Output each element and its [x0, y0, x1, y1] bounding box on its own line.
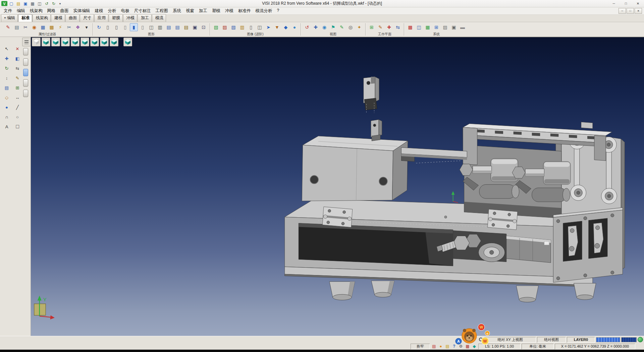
sphere-render-icon[interactable]: ● [290, 23, 299, 31]
线架构[interactable]: 线架构 [33, 14, 51, 22]
menu-item[interactable]: ? [275, 7, 282, 14]
filter-solids-pill[interactable] [23, 69, 28, 76]
render-background-icon[interactable]: ▥ [238, 23, 246, 31]
sketch-icon[interactable]: ✎ [13, 74, 22, 82]
right-view-cube-icon[interactable] [71, 38, 79, 46]
layer-field[interactable]: LAYER0 [567, 337, 595, 343]
wireframe-view-cube-icon[interactable] [32, 38, 41, 46]
menu-item[interactable]: 编辑 [14, 7, 28, 14]
menu-item[interactable]: 网格 [45, 7, 58, 14]
trim-scissors-icon[interactable]: ✂ [21, 23, 30, 31]
units-field[interactable]: 单位: 毫米 [522, 344, 554, 349]
workplane-origin-icon[interactable]: ✚ [385, 23, 393, 31]
加工[interactable]: 加工 [138, 14, 152, 22]
new-document-icon[interactable]: ▢ [8, 0, 15, 7]
塑膜[interactable]: 塑膜 [109, 14, 123, 22]
模流[interactable]: 模流 [152, 14, 166, 22]
cylinder-edges-icon[interactable]: ▥ [156, 23, 164, 31]
render-shadow-icon[interactable]: ▨ [221, 23, 229, 31]
print-icon[interactable]: ▦ [29, 0, 36, 7]
workplane-icon[interactable]: ⊞ [13, 83, 22, 92]
point-icon[interactable]: ● [2, 103, 11, 112]
plane-cut-icon[interactable]: ✂ [65, 23, 73, 31]
cylinder-section-icon[interactable]: ◫ [147, 23, 155, 31]
filter-points-pill[interactable] [23, 48, 28, 55]
grid-settings-icon[interactable]: ▦ [424, 23, 432, 31]
circle-icon[interactable]: ○ [13, 113, 22, 121]
filter-lines-pill[interactable] [23, 58, 28, 66]
filter-surfaces-pill[interactable] [23, 79, 28, 87]
cylinder-hidden-line-icon[interactable]: ▯ [112, 23, 120, 31]
flag-view-icon[interactable]: ⚑ [329, 23, 337, 31]
table-settings-icon[interactable]: ⊞ [432, 23, 440, 31]
dimension-icon[interactable]: ↔ [13, 93, 22, 102]
diamond-render-icon[interactable]: ◆ [282, 23, 290, 31]
minimize-button[interactable]: ─ [608, 0, 620, 7]
doc-close-button[interactable]: ✕ [635, 8, 642, 14]
layers-icon[interactable]: ▤ [2, 83, 11, 92]
mirror-icon[interactable]: ⇆ [13, 64, 22, 73]
menu-item[interactable]: 曲面 [58, 7, 71, 14]
snap-toggle-icon[interactable]: ▤ [431, 343, 437, 349]
capsule-compare-icon[interactable]: ◫ [256, 23, 264, 31]
cylinder-transparent-icon[interactable]: ▯ [139, 23, 147, 31]
copy-icon[interactable]: ◧ [13, 54, 22, 63]
menu-item[interactable]: 冲模 [223, 7, 236, 14]
menu-item[interactable]: 分析 [106, 7, 119, 14]
menu-item[interactable]: 模流分析 [253, 7, 275, 14]
color-palette-icon[interactable]: ▩ [406, 23, 414, 31]
rotate-view-icon[interactable]: ↺ [303, 23, 311, 31]
database-restore-icon[interactable]: ▤ [173, 23, 181, 31]
menu-item[interactable]: 线架构 [28, 7, 45, 14]
quick-access-overflow-icon[interactable]: ▾ [58, 0, 62, 7]
stretch-icon[interactable]: ↕ [2, 74, 11, 82]
measure-icon[interactable]: ◇ [2, 93, 11, 102]
rotate-icon[interactable]: ↻ [2, 64, 11, 73]
open-file-icon[interactable]: ▤ [15, 0, 22, 7]
database-export-icon[interactable]: ▤ [182, 23, 190, 31]
建模[interactable]: 建模 [51, 14, 65, 22]
cylinder-shaded-icon[interactable]: ▮ [130, 23, 138, 31]
render-quality-icon[interactable]: ▧ [212, 23, 220, 31]
workplane-edit-icon[interactable]: ✎ [376, 23, 384, 31]
bottom-view-cube-icon[interactable] [100, 38, 109, 46]
doc-restore-button[interactable]: □ [627, 8, 634, 14]
redo-icon[interactable]: ↻ [50, 0, 57, 7]
move-icon[interactable]: ✚ [2, 54, 11, 63]
attribute-printer-icon[interactable]: ▤ [13, 23, 21, 31]
screen-capture-icon[interactable]: ⊡ [200, 23, 208, 31]
sparkle-grid-icon[interactable]: ▨ [441, 23, 449, 31]
text-icon[interactable]: A [2, 122, 11, 131]
layer-filter-icon[interactable]: ▦ [39, 23, 47, 31]
right-block[interactable] [553, 208, 623, 282]
magnet-filter-icon[interactable]: ◉ [30, 23, 38, 31]
filter-all-pill[interactable] [23, 90, 28, 97]
front-view-cube-icon[interactable] [61, 38, 70, 46]
status-globe-icon[interactable] [638, 337, 643, 342]
model-3d-assembly[interactable]: Y [31, 37, 644, 336]
punch-bracket-upper[interactable] [364, 77, 379, 114]
menu-item[interactable]: 塑模 [210, 7, 223, 14]
line-icon[interactable]: ╱ [13, 103, 22, 112]
punch-bracket-lower[interactable] [371, 120, 382, 141]
menu-item[interactable]: 建模 [93, 7, 106, 14]
pan-view-icon[interactable]: ✚ [312, 23, 320, 31]
menu-item[interactable]: 文件 [1, 7, 14, 14]
menu-item[interactable]: 电极 [119, 7, 132, 14]
left-block[interactable] [302, 136, 414, 201]
base-compartment[interactable] [299, 223, 453, 266]
annotate-view-icon[interactable]: ✎ [338, 23, 346, 31]
compass-view-icon[interactable]: ✦ [355, 23, 363, 31]
arc-icon[interactable]: ∩ [2, 113, 11, 121]
select-icon[interactable]: ↖ [2, 44, 11, 53]
标准[interactable]: 标准 [18, 14, 32, 22]
monitor-icon[interactable]: ◫ [415, 23, 423, 31]
dynamic-view-cube-icon[interactable] [123, 38, 132, 46]
attribute-brush-icon[interactable]: ✎ [4, 23, 12, 31]
冲模[interactable]: 冲模 [123, 14, 137, 22]
star-filter-icon[interactable]: ❖ [74, 23, 82, 31]
arrow-export-icon[interactable]: ➤ [264, 23, 272, 31]
viewport-canvas[interactable]: Y [31, 37, 644, 336]
cylinder-dashed-icon[interactable]: ▯ [121, 23, 129, 31]
iso-rear-view-cube-icon[interactable] [110, 38, 118, 46]
